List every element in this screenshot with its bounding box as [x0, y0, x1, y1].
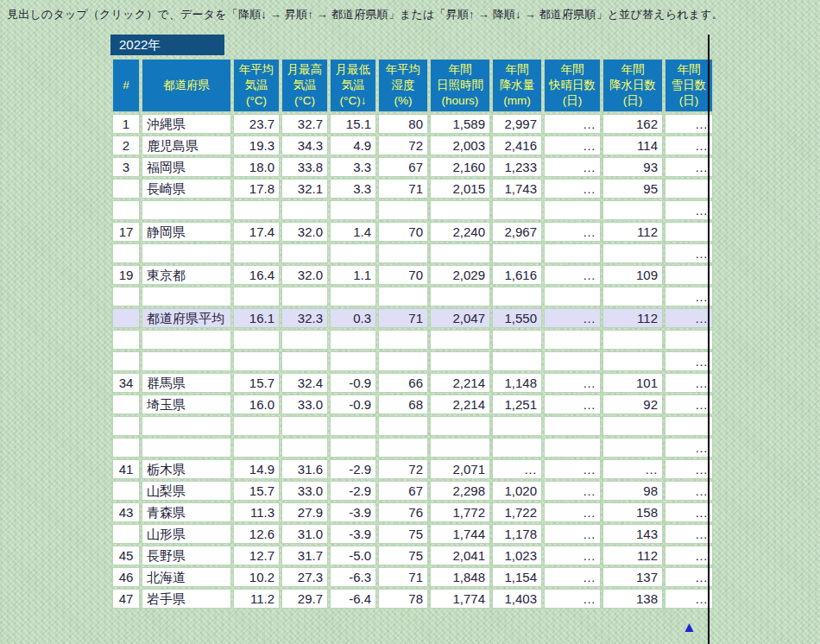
column-header-prefecture[interactable]: 都道府県: [142, 59, 231, 112]
cell-clear-days: …: [544, 308, 601, 328]
cell-rain-days: 98: [602, 481, 663, 501]
cell-sunshine: 2,298: [430, 481, 490, 501]
cell-rain-days: 112: [602, 308, 663, 328]
cell-prefecture: 岩手県: [142, 589, 231, 609]
spacer-row: …: [112, 243, 713, 263]
cell-clear-days: …: [544, 567, 601, 587]
spacer-row: …: [112, 287, 713, 306]
table-row: 46北海道10.227.3-6.3711,8481,154…137…: [112, 567, 713, 587]
cell-rain-days: 92: [602, 395, 663, 414]
spacer-row: [112, 416, 713, 436]
cell-clear-days: …: [544, 179, 601, 199]
column-header-precipitation[interactable]: 年間 降水量 (mm): [492, 59, 542, 112]
cell-max-temp: 33.8: [281, 157, 328, 177]
cell-rain-days: 93: [602, 157, 663, 177]
cell-avg-humidity: 67: [378, 481, 428, 501]
cell-max-temp: 31.0: [281, 524, 328, 544]
spacer-row: …: [112, 200, 713, 220]
spacer-row: …: [112, 351, 713, 371]
cell-avg-temp: 16.4: [233, 265, 280, 285]
cell-rain-days: 162: [602, 114, 663, 134]
cell-sunshine: 1,772: [430, 502, 490, 522]
cell-prefecture: [142, 287, 231, 306]
table-row: 埼玉県16.033.0-0.9682,2141,251…92…: [112, 395, 713, 414]
cell-prefecture: 北海道: [142, 567, 231, 587]
cell-avg-humidity: [378, 438, 428, 458]
cell-avg-humidity: [378, 416, 428, 436]
column-header-snow-days[interactable]: 年間 雪日数 (日): [665, 59, 713, 112]
cell-precipitation: 1,743: [492, 179, 542, 199]
cell-min-temp: -2.9: [330, 481, 376, 501]
cell-clear-days: …: [544, 502, 601, 522]
cell-snow-days: …: [665, 243, 713, 263]
cell-min-temp: -3.9: [330, 524, 376, 544]
cell-rank: 2: [112, 136, 140, 155]
cell-sunshine: 2,071: [430, 459, 490, 479]
cell-sunshine: 2,047: [430, 308, 490, 328]
cell-avg-temp: [233, 287, 280, 306]
cell-max-temp: [281, 416, 328, 436]
cell-precipitation: 1,550: [492, 308, 542, 328]
table-row: 3福岡県18.033.83.3672,1601,233…93…: [112, 157, 713, 177]
column-header-min-temp[interactable]: 月最低 気温 (°C)↓: [330, 59, 376, 112]
cell-clear-days: [544, 330, 601, 350]
cell-precipitation: 1,403: [492, 589, 542, 609]
cell-prefecture: 東京都: [142, 265, 231, 285]
cell-rain-days: [602, 287, 663, 306]
cell-avg-humidity: 67: [378, 157, 428, 177]
cell-rain-days: [602, 330, 663, 350]
cell-min-temp: -6.4: [330, 589, 376, 609]
column-header-clear-days[interactable]: 年間 快晴日数 (日): [544, 59, 601, 112]
cell-rank: 3: [112, 157, 140, 177]
cell-sunshine: 2,029: [430, 265, 490, 285]
back-to-top-icon[interactable]: ▲: [682, 620, 697, 635]
cell-rain-days: 137: [602, 567, 663, 587]
column-header-rain-days[interactable]: 年間 降水日数 (日): [602, 59, 663, 112]
cell-max-temp: 27.3: [281, 567, 328, 587]
cell-sunshine: 2,003: [430, 136, 490, 155]
cell-avg-humidity: 70: [378, 265, 428, 285]
cell-snow-days: …: [665, 114, 713, 134]
column-header-rank[interactable]: #: [112, 59, 140, 112]
cell-avg-temp: [233, 438, 280, 458]
column-header-max-temp[interactable]: 月最高 気温 (°C): [281, 59, 328, 112]
cell-avg-temp: 11.2: [233, 589, 280, 609]
cell-snow-days: …: [665, 200, 713, 220]
cell-avg-humidity: [378, 330, 428, 350]
cell-rank: [112, 438, 140, 458]
cell-avg-humidity: [378, 243, 428, 263]
cell-sunshine: [430, 351, 490, 371]
cell-rank: 1: [112, 114, 140, 134]
cell-snow-days: …: [665, 481, 713, 501]
column-header-avg-temp[interactable]: 年平均 気温 (°C): [233, 59, 280, 112]
cell-avg-humidity: 78: [378, 589, 428, 609]
climate-table: #都道府県年平均 気温 (°C)月最高 気温 (°C)月最低 気温 (°C)↓年…: [110, 57, 715, 610]
column-header-sunshine[interactable]: 年間 日照時間 (hours): [430, 59, 490, 112]
cell-sunshine: [430, 416, 490, 436]
cell-rain-days: [602, 243, 663, 263]
cell-snow-days: …: [665, 373, 713, 393]
column-header-avg-humidity[interactable]: 年平均 湿度 (%): [378, 59, 428, 112]
cell-avg-humidity: 71: [378, 567, 428, 587]
cell-avg-temp: 15.7: [233, 373, 280, 393]
cell-avg-temp: 16.0: [233, 395, 280, 414]
cell-precipitation: 2,416: [492, 136, 542, 155]
cell-snow-days: [665, 179, 713, 199]
cell-min-temp: -6.3: [330, 567, 376, 587]
cell-clear-days: …: [544, 136, 601, 155]
table-row: 45長野県12.731.7-5.0752,0411,023…112…: [112, 546, 713, 565]
climate-table-body: 1沖縄県23.732.715.1801,5892,997…162…2鹿児島県19…: [112, 114, 713, 609]
cell-clear-days: …: [544, 157, 601, 177]
cell-snow-days: …: [665, 438, 713, 458]
cell-clear-days: [544, 243, 601, 263]
sort-instruction-text: 見出しのタップ（クリック）で、データを「降順↓ → 昇順↑ → 都道府県順」また…: [7, 7, 723, 22]
tab-year-2022[interactable]: 2022年: [110, 35, 224, 55]
table-row: 34群馬県15.732.4-0.9662,2141,148…101…: [112, 373, 713, 393]
cell-prefecture: [142, 438, 231, 458]
cell-precipitation: [492, 416, 542, 436]
climate-table-head: #都道府県年平均 気温 (°C)月最高 気温 (°C)月最低 気温 (°C)↓年…: [112, 59, 713, 112]
cell-min-temp: 1.1: [330, 265, 376, 285]
cell-precipitation: 1,233: [492, 157, 542, 177]
cell-snow-days: …: [665, 589, 713, 609]
cell-avg-humidity: 75: [378, 546, 428, 565]
